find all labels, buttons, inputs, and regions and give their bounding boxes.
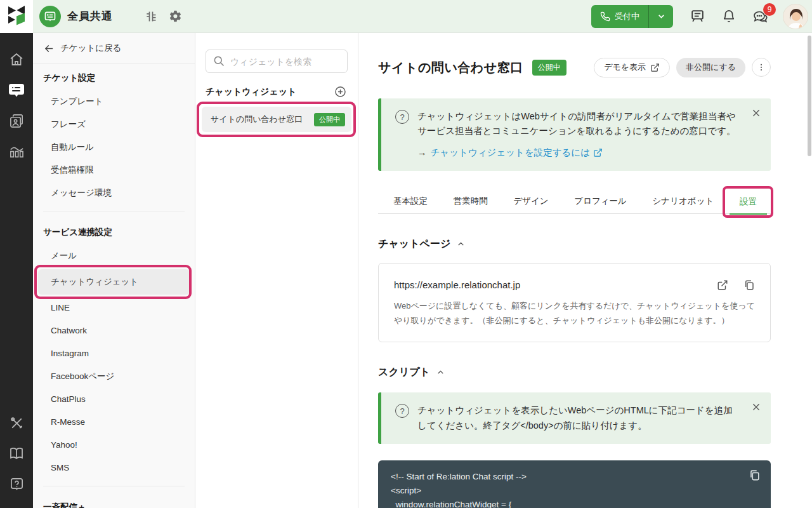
sidebar-item-chatplus[interactable]: ChatPlus [33, 388, 195, 411]
bell-icon[interactable] [722, 10, 736, 23]
relation-logo-icon [7, 6, 26, 27]
widget-item-status-badge: 公開中 [314, 113, 345, 126]
banner-text: チャットウィジェットはWebサイトの訪問者がリアルタイムで営業担当者やサービス担… [417, 109, 742, 139]
chat-page-heading: チャットページ [378, 237, 450, 251]
tab-business-hours[interactable]: 営業時間 [454, 196, 488, 208]
arrow-glyph: → [417, 147, 427, 157]
setup-help-link[interactable]: チャットウィジェットを設定するには [431, 147, 603, 159]
workspace-title: 全員共通 [67, 9, 113, 23]
sidebar-item-auto-rule[interactable]: 自動ルール [33, 136, 195, 159]
settings-tabs: 基本設定 営業時間 デザイン プロフィール シナリオボット 設置 [378, 190, 771, 214]
sidebar-item-facebook[interactable]: Facebookページ [33, 365, 195, 388]
sidebar-item-chat-widget[interactable]: チャットウィジェット [38, 269, 190, 295]
code-line: <script> [391, 484, 758, 498]
gear-icon[interactable] [169, 10, 182, 23]
copy-code-icon[interactable] [749, 469, 761, 481]
app-rail [0, 33, 33, 508]
sidebar-item-yahoo[interactable]: Yahoo! [33, 434, 195, 457]
sidebar-item-chatwork[interactable]: Chatwork [33, 319, 195, 342]
show-demo-button[interactable]: デモを表示 [594, 58, 670, 77]
sidebar-item-template[interactable]: テンプレート [33, 90, 195, 113]
page-title: サイトの問い合わせ窓口 [378, 59, 523, 76]
copy-url-icon[interactable] [743, 279, 755, 291]
settings-sidebar: チケットに戻る チケット設定 テンプレート フレーズ 自動ルール 受信箱権限 メ… [33, 33, 195, 508]
sidebar-item-mail[interactable]: メール [33, 244, 195, 267]
ticket-icon-active[interactable] [0, 75, 33, 105]
external-link-icon [593, 148, 603, 157]
collapse-chevron-icon[interactable] [457, 240, 465, 248]
code-line: <!-- Start of Re:lation Chat script --> [391, 470, 758, 484]
unpublish-button[interactable]: 非公開にする [676, 58, 745, 77]
chevron-down-icon [657, 12, 665, 20]
help-icon[interactable] [0, 469, 33, 499]
book-icon[interactable] [0, 438, 33, 469]
script-heading: スクリプト [378, 366, 430, 379]
chat-board-icon [44, 10, 56, 23]
published-status-badge: 公開中 [532, 60, 566, 76]
widget-search-input[interactable] [206, 50, 348, 73]
script-banner-text: チャットウィジェットを表示したいWebページのHTMLに下記コードを追加してくだ… [417, 403, 742, 433]
avatar[interactable] [783, 4, 808, 29]
sidebar-item-instagram[interactable]: Instagram [33, 342, 195, 365]
top-bar: 全員共通 受付中 [0, 0, 812, 33]
status-label: 受付中 [615, 11, 639, 22]
unread-badge: 9 [763, 3, 776, 16]
sidebar-item-phrase[interactable]: フレーズ [33, 113, 195, 136]
chat-page-description: Webページに設置しなくても、顧客にリンクを共有するだけで、チャットウィジェット… [394, 299, 755, 328]
question-icon: ? [395, 110, 409, 124]
tools-icon[interactable] [0, 408, 33, 438]
close-icon[interactable] [751, 108, 761, 118]
workspace-icon[interactable] [39, 6, 61, 27]
open-url-icon[interactable] [717, 279, 728, 291]
tab-installation[interactable]: 設置 [740, 197, 757, 208]
unpublish-label: 非公開にする [686, 62, 736, 73]
external-link-icon [650, 63, 660, 72]
section-title-service-integration: サービス連携設定 [33, 218, 195, 244]
sidebar-item-message-env[interactable]: メッセージ環境 [33, 182, 195, 204]
collapse-chevron-icon[interactable] [436, 368, 445, 377]
widget-info-banner: ? チャットウィジェットはWebサイトの訪問者がリアルタイムで営業担当者やサービ… [378, 98, 771, 171]
widget-list-item[interactable]: サイトの問い合わせ窓口 公開中 [202, 107, 351, 132]
divider [43, 486, 185, 486]
tab-profile[interactable]: プロフィール [574, 196, 627, 208]
chat-page-card: https://example.relationchat.jp [378, 263, 771, 343]
kebab-icon [757, 63, 766, 72]
relation-logo[interactable] [0, 0, 33, 33]
tab-basic-settings[interactable]: 基本設定 [393, 196, 428, 208]
sidebar-item-inbox-permission[interactable]: 受信箱権限 [33, 159, 195, 182]
search-icon [213, 55, 225, 67]
tab-design[interactable]: デザイン [513, 196, 548, 208]
sidebar-item-rmesse[interactable]: R-Messe [33, 411, 195, 434]
section-title-ticket-settings: チケット設定 [33, 64, 195, 90]
close-icon[interactable] [751, 402, 761, 412]
back-label: チケットに戻る [60, 43, 121, 54]
add-widget-button[interactable] [334, 86, 346, 98]
chat-bubbles-icon[interactable]: 9 [752, 9, 769, 24]
board-icon[interactable] [690, 8, 705, 24]
home-icon[interactable] [0, 44, 33, 75]
tune-icon[interactable] [145, 10, 157, 23]
question-icon: ? [395, 404, 409, 418]
section-title-broadcast: 一斉配信＋ [33, 493, 195, 508]
code-line: window.relationChatWidget = { [391, 498, 758, 508]
widget-list-panel: チャットウィジェット サイトの問い合わせ窓口 公開中 [195, 33, 358, 508]
arrow-left-icon [44, 43, 55, 54]
stats-icon[interactable] [0, 136, 33, 166]
scrollbar-thumb[interactable] [808, 36, 811, 156]
embed-code-block: <!-- Start of Re:lation Chat script --> … [378, 460, 771, 508]
tab-scenario-bot[interactable]: シナリオボット [653, 196, 714, 208]
back-to-tickets-link[interactable]: チケットに戻る [33, 33, 195, 64]
contacts-icon[interactable] [0, 105, 33, 136]
status-dropdown-button[interactable] [649, 5, 673, 28]
widget-list-title: チャットウィジェット [206, 86, 296, 98]
more-menu-button[interactable] [752, 58, 771, 77]
chat-page-url: https://example.relationchat.jp [394, 279, 520, 290]
divider [43, 211, 185, 211]
script-info-banner: ? チャットウィジェットを表示したいWebページのHTMLに下記コードを追加して… [378, 392, 771, 444]
widget-item-name: サイトの問い合わせ窓口 [211, 114, 303, 125]
main-content: サイトの問い合わせ窓口 公開中 デモを表示 非公開にする [358, 33, 812, 508]
reception-status-button[interactable]: 受付中 [591, 5, 673, 28]
show-demo-label: デモを表示 [604, 62, 646, 73]
sidebar-item-line[interactable]: LINE [33, 297, 195, 319]
sidebar-item-sms[interactable]: SMS [33, 457, 195, 479]
